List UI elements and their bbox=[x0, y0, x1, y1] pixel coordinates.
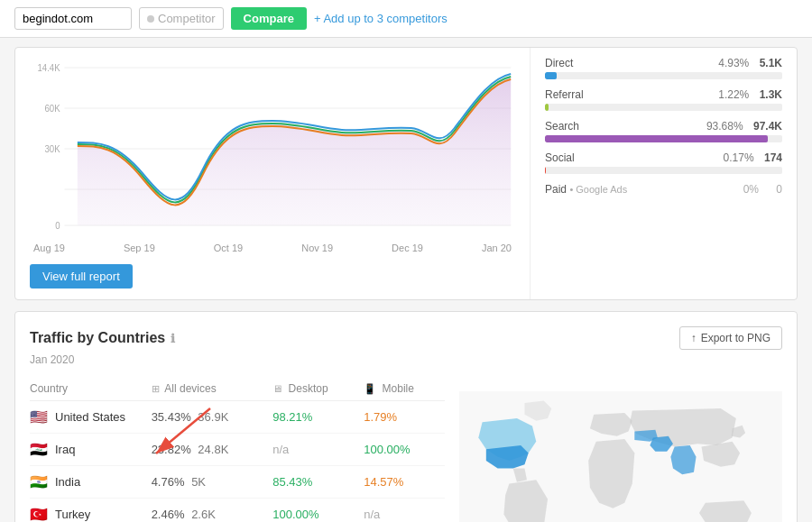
competitor-dot-icon bbox=[147, 15, 154, 23]
chart-area: 14.4K 60K 30K 0 bbox=[15, 48, 531, 299]
source-bar-social bbox=[545, 167, 546, 174]
x-label-oct: Oct 19 bbox=[214, 243, 243, 253]
desktop-pct-1: n/a bbox=[272, 443, 289, 456]
source-name-referral: Referral bbox=[545, 88, 584, 101]
all-devices-val-2: 5K bbox=[191, 475, 206, 489]
mobile-pct-0: 1.79% bbox=[364, 410, 397, 424]
source-name-search: Search bbox=[545, 120, 579, 133]
source-name-direct: Direct bbox=[545, 57, 573, 69]
source-val-referral: 1.3K bbox=[760, 88, 782, 101]
all-devices-val-0: 36.9K bbox=[198, 410, 228, 424]
table-header: Country ⊞ All devices 🖥 Desktop bbox=[30, 377, 445, 401]
info-icon[interactable]: ℹ bbox=[171, 332, 175, 345]
table-area: Country ⊞ All devices 🖥 Desktop bbox=[30, 377, 445, 522]
compare-button[interactable]: Compare bbox=[231, 7, 307, 30]
bottom-section: Traffic by Countries ℹ ↑ Export to PNG J… bbox=[14, 311, 798, 522]
paid-sub-label: • Google Ads bbox=[569, 184, 627, 195]
traffic-sources-panel: Direct 4.93% 5.1K Referral 1.22% 1.3K bbox=[531, 48, 797, 299]
source-val-social: 174 bbox=[764, 151, 782, 164]
competitor-placeholder: Competitor bbox=[158, 12, 216, 25]
export-icon: ↑ bbox=[691, 332, 697, 344]
all-devices-pct-1: 23.82% bbox=[152, 443, 191, 456]
mobile-cell-1: 100.00% bbox=[364, 434, 445, 466]
mobile-icon: 📱 bbox=[364, 383, 376, 394]
export-label: Export to PNG bbox=[701, 332, 770, 344]
main-content: 14.4K 60K 30K 0 bbox=[0, 38, 812, 522]
source-row-social: Social 0.17% 174 bbox=[545, 151, 782, 174]
table-row: 🇮🇶 Iraq 23.82% 24.8K n/a 100.00% bbox=[30, 434, 445, 466]
source-bar-search bbox=[545, 135, 768, 142]
mobile-pct-1: 100.00% bbox=[364, 443, 410, 456]
desktop-cell-0: 98.21% bbox=[272, 401, 364, 434]
th-country: Country bbox=[30, 377, 152, 401]
map-area bbox=[459, 377, 782, 522]
chart-x-labels: Aug 19 Sep 19 Oct 19 Nov 19 Dec 19 Jan 2… bbox=[30, 243, 515, 253]
competitor-input-wrap: Competitor bbox=[139, 7, 224, 30]
x-label-aug: Aug 19 bbox=[33, 243, 65, 253]
th-all-devices: ⊞ All devices bbox=[152, 377, 273, 401]
section-header: Traffic by Countries ℹ ↑ Export to PNG bbox=[30, 326, 782, 350]
section-title: Traffic by Countries ℹ bbox=[30, 330, 175, 346]
devices-icon: ⊞ bbox=[152, 383, 160, 394]
source-val-search: 97.4K bbox=[753, 120, 782, 133]
table-row: 🇮🇳 India 4.76% 5K 85.43% 14.57% bbox=[30, 466, 445, 499]
mobile-pct-3: n/a bbox=[364, 508, 380, 521]
source-bar-direct bbox=[545, 72, 557, 79]
chart-container: 14.4K 60K 30K 0 bbox=[30, 59, 515, 239]
svg-text:0: 0 bbox=[55, 221, 60, 231]
country-name-0: United States bbox=[55, 410, 125, 424]
world-map bbox=[459, 377, 782, 522]
source-pct-social: 0.17% bbox=[724, 151, 754, 164]
source-row-referral: Referral 1.22% 1.3K bbox=[545, 88, 782, 111]
flag-tr: 🇹🇷 bbox=[30, 506, 48, 522]
countries-table: Country ⊞ All devices 🖥 Desktop bbox=[30, 377, 445, 522]
flag-in: 🇮🇳 bbox=[30, 473, 48, 490]
country-name-1: Iraq bbox=[55, 443, 75, 456]
domain-input[interactable] bbox=[14, 7, 132, 30]
top-bar: Competitor Compare + Add up to 3 competi… bbox=[0, 0, 812, 38]
country-name-3: Turkey bbox=[55, 508, 90, 521]
source-bar-bg-social bbox=[545, 167, 782, 174]
source-pct-search: 93.68% bbox=[706, 120, 743, 133]
all-devices-pct-0: 35.43% bbox=[152, 410, 191, 424]
source-bar-referral bbox=[545, 104, 549, 111]
paid-val: 0 bbox=[776, 183, 782, 196]
x-label-jan: Jan 20 bbox=[482, 243, 512, 253]
source-row-direct: Direct 4.93% 5.1K bbox=[545, 57, 782, 79]
export-png-button[interactable]: ↑ Export to PNG bbox=[679, 326, 782, 350]
source-name-social: Social bbox=[545, 151, 575, 164]
table-row: 🇹🇷 Turkey 2.46% 2.6K 100.00% n/a bbox=[30, 499, 445, 523]
top-section: 14.4K 60K 30K 0 bbox=[14, 47, 798, 300]
traffic-chart: 14.4K 60K 30K 0 bbox=[30, 59, 515, 239]
desktop-pct-0: 98.21% bbox=[272, 410, 312, 424]
source-bar-bg-search bbox=[545, 135, 782, 142]
th-desktop: 🖥 Desktop bbox=[272, 377, 364, 401]
mobile-cell-2: 14.57% bbox=[364, 466, 445, 499]
country-name-2: India bbox=[55, 475, 80, 489]
all-devices-pct-2: 4.76% bbox=[152, 475, 185, 489]
section-title-text: Traffic by Countries bbox=[30, 330, 165, 346]
all-devices-pct-3: 2.46% bbox=[152, 508, 185, 521]
svg-text:60K: 60K bbox=[45, 104, 61, 114]
flag-us: 🇺🇸 bbox=[30, 408, 48, 426]
table-row: 🇺🇸 United States 35.43% 36.9K 98.21% 1.7… bbox=[30, 401, 445, 434]
view-full-report-button-top[interactable]: View full report bbox=[30, 264, 133, 288]
all-devices-val-3: 2.6K bbox=[191, 508, 216, 521]
mobile-cell-3: n/a bbox=[364, 499, 445, 523]
country-cell-2: 🇮🇳 India bbox=[30, 466, 152, 499]
country-cell-1: 🇮🇶 Iraq bbox=[30, 434, 152, 466]
source-pct-referral: 1.22% bbox=[718, 88, 749, 101]
section-date: Jan 2020 bbox=[30, 353, 782, 366]
x-label-nov: Nov 19 bbox=[301, 243, 333, 253]
all-devices-cell-0: 35.43% 36.9K bbox=[152, 401, 273, 434]
x-label-sep: Sep 19 bbox=[124, 243, 155, 253]
desktop-cell-2: 85.43% bbox=[272, 466, 364, 499]
desktop-icon: 🖥 bbox=[272, 383, 282, 394]
all-devices-val-1: 24.8K bbox=[198, 443, 228, 456]
all-devices-cell-1: 23.82% 24.8K bbox=[152, 434, 273, 466]
paid-pct: 0% bbox=[743, 183, 759, 196]
x-label-dec: Dec 19 bbox=[392, 243, 423, 253]
add-competitors-link[interactable]: + Add up to 3 competitors bbox=[314, 12, 448, 25]
source-pct-direct: 4.93% bbox=[718, 57, 749, 69]
countries-map-layout: Country ⊞ All devices 🖥 Desktop bbox=[30, 377, 782, 522]
